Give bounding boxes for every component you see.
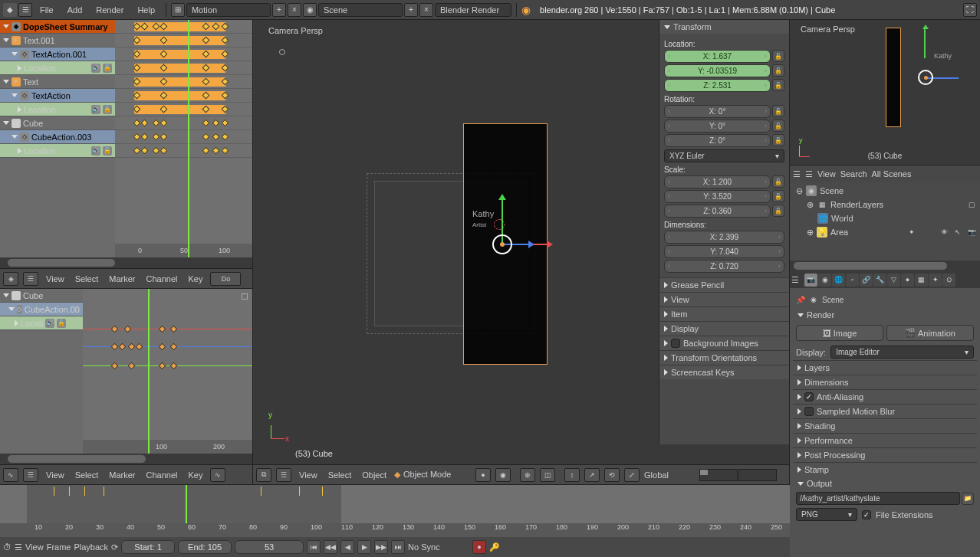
layers-panel[interactable]: Layers: [793, 360, 977, 375]
location-z-field[interactable]: ‹Z: 2.531›: [664, 79, 771, 92]
header-view[interactable]: View: [43, 469, 67, 481]
menu-file[interactable]: File: [34, 2, 60, 18]
graph-ruler[interactable]: 100 200: [83, 440, 252, 454]
scale-z-field[interactable]: ‹Z: 0.360›: [664, 205, 771, 218]
rotation-y-field[interactable]: ‹Y: 0°›: [664, 120, 771, 133]
renderer-selector[interactable]: Blender Render: [435, 3, 511, 17]
dim-z-field[interactable]: ‹Z: 0.720›: [664, 260, 784, 273]
dim-x-field[interactable]: ‹X: 2.399›: [664, 231, 784, 244]
scale-icon[interactable]: ⤢: [624, 468, 640, 482]
transform-panel-header[interactable]: Transform: [659, 20, 789, 34]
filter-selector[interactable]: All Scenes: [872, 169, 977, 179]
constraints-tab[interactable]: 🔗: [860, 274, 873, 287]
mode-selector[interactable]: Do: [210, 272, 241, 286]
world-tab[interactable]: 🌐: [832, 274, 845, 287]
lock-icon[interactable]: 🔓: [772, 105, 784, 117]
rotate-icon[interactable]: ⟲: [604, 468, 620, 482]
menu-toggle-icon[interactable]: ☰: [23, 468, 38, 482]
end-frame-field[interactable]: End: 105: [178, 540, 232, 554]
editor-type-icon[interactable]: ◈: [3, 272, 18, 286]
lock-icon[interactable]: 🔓: [103, 64, 112, 73]
dim-y-field[interactable]: ‹Y: 7.040›: [664, 245, 784, 258]
physics-tab[interactable]: ⊙: [942, 274, 955, 287]
timeline-canvas[interactable]: 1020304050607080901001101201301401501601…: [0, 485, 790, 537]
header-select[interactable]: Select: [72, 469, 102, 481]
header-view[interactable]: View: [817, 169, 836, 179]
remove-scene-button[interactable]: ×: [419, 3, 433, 17]
autokey-button[interactable]: ●: [472, 540, 486, 554]
display-panel[interactable]: Display: [659, 321, 789, 336]
header-select[interactable]: Select: [325, 469, 355, 481]
menu-toggle-icon[interactable]: ☰: [805, 169, 813, 179]
lock-icon[interactable]: 🔓: [57, 319, 66, 328]
render-image-button[interactable]: 🖼Image: [796, 325, 883, 341]
menu-toggle-icon[interactable]: ☰: [23, 272, 38, 286]
dopesheet-object-row[interactable]: FText: [0, 75, 115, 89]
particles-tab[interactable]: ✦: [929, 274, 942, 287]
header-channel[interactable]: Channel: [143, 273, 180, 285]
output-panel-header[interactable]: Output: [793, 477, 977, 490]
material-tab[interactable]: ●: [901, 274, 914, 287]
postprocessing-panel[interactable]: Post Processing: [793, 447, 977, 462]
modifiers-tab[interactable]: 🔧: [873, 274, 886, 287]
header-playback[interactable]: Playback: [74, 542, 108, 552]
mode-selector-icon[interactable]: ∿: [210, 468, 225, 482]
format-selector[interactable]: PNG▾: [796, 508, 857, 521]
current-frame-field[interactable]: 53: [235, 540, 304, 554]
header-select[interactable]: Select: [72, 273, 102, 285]
outliner-world-row[interactable]: 🌐World: [793, 211, 977, 225]
rotation-x-field[interactable]: ‹X: 0°›: [664, 105, 771, 118]
background-images-panel[interactable]: Background Images: [659, 336, 789, 350]
frame-cursor[interactable]: [148, 289, 150, 454]
dopesheet-channel-row[interactable]: Location🔊🔓: [0, 61, 115, 75]
dopesheet-summary-row[interactable]: ◆DopeSheet Summary: [0, 20, 115, 34]
menu-help[interactable]: Help: [131, 2, 161, 18]
dopesheet-ruler[interactable]: 0 50 100: [115, 244, 252, 257]
grease-pencil-panel[interactable]: Grease Pencil: [659, 277, 789, 292]
location-y-field[interactable]: ‹Y: -0.03519›: [664, 64, 771, 77]
data-tab[interactable]: ▽: [887, 274, 900, 287]
scene-field[interactable]: Scene: [318, 3, 403, 17]
dimensions-panel[interactable]: Dimensions: [793, 375, 977, 389]
texture-tab[interactable]: ▦: [915, 274, 928, 287]
location-x-field[interactable]: ‹X: 1.637›: [664, 50, 771, 63]
lock-icon[interactable]: 🔓: [772, 120, 784, 132]
scene-selector-icon[interactable]: ◉: [303, 3, 317, 17]
checkbox-icon[interactable]: [804, 407, 814, 416]
menu-toggle-icon[interactable]: ☰: [15, 542, 22, 552]
light-linking-icon[interactable]: ✦: [906, 227, 917, 238]
editor-type-icon[interactable]: ☰: [793, 169, 801, 179]
header-view[interactable]: View: [25, 542, 44, 552]
manipulator-toggle-icon[interactable]: ↕: [564, 468, 580, 482]
checkbox-checked-icon[interactable]: ✓: [862, 510, 871, 519]
frame-cursor[interactable]: [188, 20, 189, 257]
header-object[interactable]: Object: [359, 469, 390, 481]
sync-selector[interactable]: No Sync: [408, 542, 469, 552]
file-browser-icon[interactable]: 📁: [962, 493, 974, 505]
render-animation-button[interactable]: 🎬Animation: [886, 325, 974, 341]
graph-canvas[interactable]: 53 100 200: [83, 289, 252, 454]
screencast-keys-panel[interactable]: Screencast Keys: [659, 365, 789, 379]
lock-icon[interactable]: 🔓: [772, 175, 784, 188]
rotation-z-field[interactable]: ‹Z: 0°›: [664, 134, 771, 147]
lock-x-icon[interactable]: 🔓: [772, 50, 784, 62]
render-tab[interactable]: 📷: [804, 274, 817, 287]
pivot-lock-icon[interactable]: ◫: [540, 468, 555, 482]
mode-selector[interactable]: ◆Object Mode: [394, 470, 471, 480]
dopesheet-action-row[interactable]: ◇TextAction.001: [0, 48, 115, 61]
orientation-selector[interactable]: Global: [644, 470, 690, 480]
dopesheet-scrollbar[interactable]: [0, 257, 252, 268]
pivot-icon[interactable]: ⊕: [520, 468, 535, 482]
header-key[interactable]: Key: [185, 273, 206, 285]
editor-type-icon[interactable]: ☰: [791, 275, 804, 285]
mini-3d-viewport[interactable]: Camera Persp Kathy y (53) Cube: [790, 20, 980, 165]
outliner-renderlayers-row[interactable]: ⊕▦RenderLayers▢: [793, 198, 977, 211]
outliner-lamp-row[interactable]: ⊕💡Area✦👁↖📷: [793, 225, 977, 239]
header-view[interactable]: View: [43, 273, 67, 285]
output-path-field[interactable]: //kathy_artist/kathyslate: [796, 492, 960, 505]
scale-x-field[interactable]: ‹X: 1.200›: [664, 175, 771, 188]
rotation-mode-selector[interactable]: XYZ Euler▾: [664, 149, 784, 162]
dopesheet-channel-row[interactable]: Location🔊🔓: [0, 144, 115, 158]
jump-end-button[interactable]: ⏭: [391, 540, 405, 554]
display-selector[interactable]: Image Editor▾: [830, 346, 974, 359]
